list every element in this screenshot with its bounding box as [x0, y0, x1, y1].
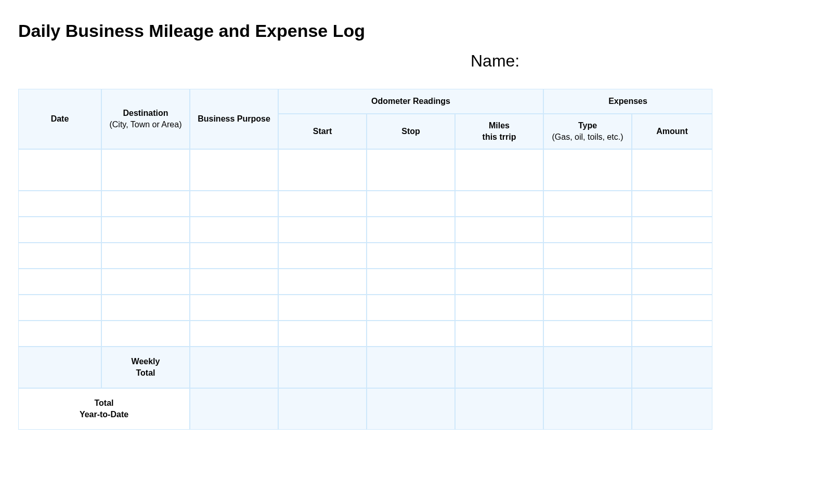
cell-stop[interactable] [367, 217, 455, 243]
cell-start[interactable] [278, 295, 367, 321]
table-row [18, 217, 712, 243]
cell-destination[interactable] [101, 149, 190, 191]
cell-amount[interactable] [632, 149, 712, 191]
cell-purpose[interactable] [190, 217, 278, 243]
header-miles-line1: Miles [489, 121, 510, 130]
weekly-total-label-line2: Total [136, 368, 155, 377]
mileage-expense-table: Date Destination (City, Town or Area) Bu… [18, 89, 712, 430]
header-expenses-group: Expenses [543, 89, 712, 114]
ytd-total-row: Total Year-to-Date [18, 388, 712, 430]
cell-type[interactable] [543, 295, 632, 321]
weekly-total-stop [367, 347, 455, 388]
header-type: Type (Gas, oil, toils, etc.) [543, 114, 632, 149]
weekly-total-label: Weekly Total [101, 347, 190, 388]
cell-miles[interactable] [455, 321, 543, 347]
cell-purpose[interactable] [190, 295, 278, 321]
cell-miles[interactable] [455, 269, 543, 295]
cell-purpose[interactable] [190, 149, 278, 191]
cell-miles[interactable] [455, 149, 543, 191]
weekly-total-blank [18, 347, 101, 388]
header-start: Start [278, 114, 367, 149]
cell-amount[interactable] [632, 269, 712, 295]
cell-miles[interactable] [455, 217, 543, 243]
cell-destination[interactable] [101, 243, 190, 269]
weekly-total-purpose [190, 347, 278, 388]
table-row [18, 295, 712, 321]
ytd-total-start [278, 388, 367, 430]
cell-purpose[interactable] [190, 321, 278, 347]
table-row [18, 149, 712, 191]
cell-destination[interactable] [101, 295, 190, 321]
cell-date[interactable] [18, 217, 101, 243]
cell-date[interactable] [18, 243, 101, 269]
table-row [18, 191, 712, 217]
cell-destination[interactable] [101, 321, 190, 347]
weekly-total-amount [632, 347, 712, 388]
ytd-total-amount [632, 388, 712, 430]
cell-start[interactable] [278, 269, 367, 295]
cell-miles[interactable] [455, 191, 543, 217]
table-row [18, 243, 712, 269]
cell-date[interactable] [18, 295, 101, 321]
cell-amount[interactable] [632, 321, 712, 347]
header-miles: Miles this trrip [455, 114, 543, 149]
cell-type[interactable] [543, 243, 632, 269]
ytd-total-stop [367, 388, 455, 430]
header-amount: Amount [632, 114, 712, 149]
cell-start[interactable] [278, 149, 367, 191]
header-date: Date [18, 89, 101, 149]
cell-miles[interactable] [455, 243, 543, 269]
cell-date[interactable] [18, 269, 101, 295]
cell-miles[interactable] [455, 295, 543, 321]
ytd-total-purpose [190, 388, 278, 430]
ytd-total-miles [455, 388, 543, 430]
cell-stop[interactable] [367, 191, 455, 217]
header-purpose: Business Purpose [190, 89, 278, 149]
header-type-line2: (Gas, oil, toils, etc.) [547, 131, 628, 143]
ytd-total-label-line2: Year-to-Date [80, 410, 128, 419]
cell-type[interactable] [543, 217, 632, 243]
page-title: Daily Business Mileage and Expense Log [18, 21, 814, 41]
table-row [18, 269, 712, 295]
cell-stop[interactable] [367, 149, 455, 191]
cell-start[interactable] [278, 321, 367, 347]
cell-destination[interactable] [101, 191, 190, 217]
cell-start[interactable] [278, 217, 367, 243]
table-row [18, 321, 712, 347]
cell-purpose[interactable] [190, 243, 278, 269]
weekly-total-miles [455, 347, 543, 388]
ytd-total-label: Total Year-to-Date [18, 388, 190, 430]
cell-amount[interactable] [632, 191, 712, 217]
cell-stop[interactable] [367, 269, 455, 295]
cell-type[interactable] [543, 321, 632, 347]
header-type-line1: Type [578, 121, 597, 130]
header-destination-line1: Destination [123, 109, 168, 117]
name-label: Name: [471, 51, 519, 71]
cell-type[interactable] [543, 269, 632, 295]
cell-type[interactable] [543, 149, 632, 191]
weekly-total-start [278, 347, 367, 388]
cell-stop[interactable] [367, 243, 455, 269]
header-destination-line2: (City, Town or Area) [105, 119, 186, 130]
weekly-total-type [543, 347, 632, 388]
cell-purpose[interactable] [190, 191, 278, 217]
header-miles-line2: this trrip [459, 131, 540, 143]
cell-stop[interactable] [367, 295, 455, 321]
cell-date[interactable] [18, 321, 101, 347]
cell-destination[interactable] [101, 217, 190, 243]
cell-start[interactable] [278, 191, 367, 217]
weekly-total-row: Weekly Total [18, 347, 712, 388]
cell-start[interactable] [278, 243, 367, 269]
name-row: Name: [18, 51, 814, 71]
ytd-total-label-line1: Total [94, 399, 113, 407]
cell-amount[interactable] [632, 295, 712, 321]
cell-date[interactable] [18, 149, 101, 191]
cell-type[interactable] [543, 191, 632, 217]
cell-stop[interactable] [367, 321, 455, 347]
cell-purpose[interactable] [190, 269, 278, 295]
cell-destination[interactable] [101, 269, 190, 295]
cell-date[interactable] [18, 191, 101, 217]
cell-amount[interactable] [632, 243, 712, 269]
cell-amount[interactable] [632, 217, 712, 243]
header-stop: Stop [367, 114, 455, 149]
